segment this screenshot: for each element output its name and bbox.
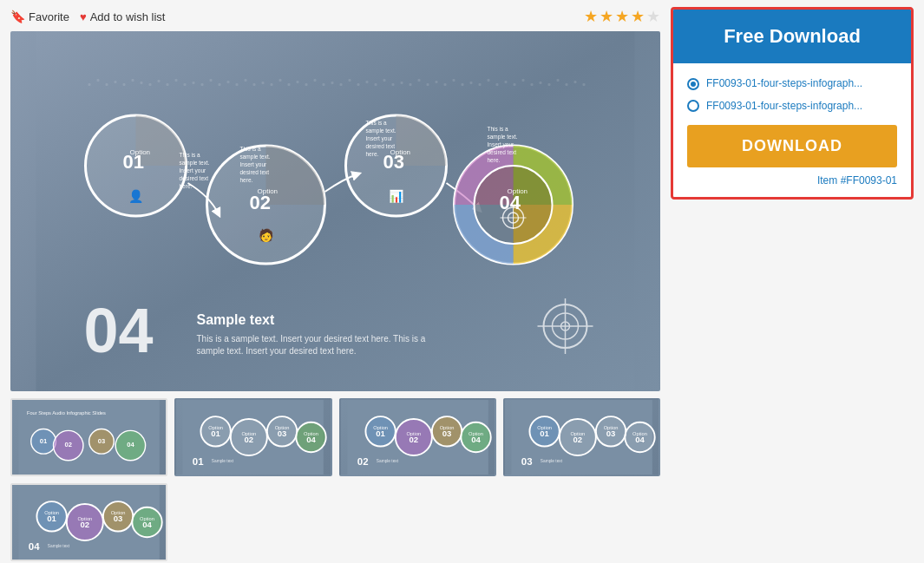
svg-text:🧑: 🧑 (259, 228, 274, 243)
file-option-1[interactable]: FF0093-01-four-steps-infograph... (687, 77, 897, 91)
header-bar: 🔖 Favorite ♥ Add to wish list ★ ★ ★ ★ ★ (10, 7, 660, 26)
svg-text:This is a: This is a (180, 152, 201, 158)
svg-rect-8 (115, 81, 117, 83)
svg-rect-30 (305, 83, 308, 86)
svg-rect-49 (470, 82, 473, 84)
svg-rect-53 (505, 81, 508, 83)
svg-rect-15 (175, 79, 178, 82)
svg-rect-13 (158, 80, 161, 82)
thumbnail-01[interactable]: Option 01 Option 02 Option 03 Option 04 … (174, 398, 331, 476)
radio-1[interactable] (687, 78, 699, 90)
svg-rect-41 (401, 82, 403, 84)
svg-text:02: 02 (573, 435, 582, 444)
svg-text:03: 03 (442, 429, 451, 438)
svg-text:sample text.: sample text. (240, 154, 271, 160)
svg-rect-38 (375, 83, 377, 86)
svg-text:03: 03 (114, 514, 123, 523)
svg-rect-57 (540, 82, 542, 84)
svg-text:04: 04 (84, 296, 154, 365)
svg-rect-33 (331, 82, 334, 84)
svg-text:Sample text: Sample text (212, 459, 234, 463)
svg-text:desired text: desired text (180, 175, 209, 181)
svg-text:sample text.: sample text. (488, 134, 518, 141)
svg-rect-19 (210, 79, 213, 82)
svg-rect-42 (410, 83, 412, 86)
svg-text:This is a: This is a (488, 126, 509, 132)
svg-rect-5 (88, 83, 91, 86)
svg-text:desired text: desired text (488, 149, 517, 155)
star-4: ★ (631, 7, 645, 26)
wishlist-button[interactable]: ♥ Add to wish list (80, 10, 165, 23)
svg-rect-21 (227, 81, 230, 83)
svg-text:04: 04 (142, 520, 152, 529)
svg-text:04: 04 (635, 435, 645, 444)
svg-text:This is a sample text. Insert : This is a sample text. Insert your desir… (197, 334, 426, 344)
svg-rect-29 (297, 81, 299, 83)
svg-text:01: 01 (540, 429, 549, 438)
header-left: 🔖 Favorite ♥ Add to wish list (10, 10, 165, 23)
file-option-2[interactable]: FF0093-01-four-steps-infograph... (687, 100, 897, 114)
svg-rect-16 (184, 83, 187, 86)
thumbnail-03[interactable]: Option 01 Option 02 Option 03 Option 04 … (503, 398, 660, 476)
thumbnail-all[interactable]: Four Steps Audio Infographic Slides 01 0… (10, 398, 167, 476)
svg-text:01: 01 (47, 514, 56, 523)
svg-rect-6 (97, 79, 100, 82)
svg-rect-27 (279, 79, 282, 82)
svg-text:03: 03 (606, 429, 616, 438)
svg-rect-54 (514, 83, 516, 86)
thumbnail-04[interactable]: Option 01 Option 02 Option 03 Option 04 … (10, 483, 167, 561)
radio-2[interactable] (687, 100, 699, 112)
svg-rect-10 (132, 79, 134, 82)
svg-rect-11 (141, 82, 143, 84)
svg-rect-62 (583, 83, 586, 86)
svg-rect-47 (453, 79, 455, 82)
svg-text:Insert your: Insert your (366, 135, 394, 142)
svg-rect-26 (271, 83, 273, 86)
svg-rect-39 (383, 79, 386, 82)
svg-text:Insert your: Insert your (180, 167, 207, 174)
svg-text:04: 04 (29, 541, 40, 552)
left-panel: 🔖 Favorite ♥ Add to wish list ★ ★ ★ ★ ★ (10, 7, 660, 561)
svg-text:03: 03 (278, 429, 287, 438)
svg-rect-25 (262, 82, 265, 84)
svg-text:This is a: This is a (366, 120, 388, 126)
svg-text:04: 04 (306, 435, 316, 444)
favorite-label: Favorite (29, 10, 69, 23)
svg-rect-20 (219, 83, 221, 86)
svg-text:04: 04 (500, 192, 521, 213)
svg-text:sample text. Insert your desir: sample text. Insert your desired text he… (197, 346, 357, 356)
thumbnail-02[interactable]: Option 01 Option 02 Option 03 Option 04 … (339, 398, 496, 476)
option-03-circle: Option 03 This is a sample text. Insert … (346, 115, 447, 216)
svg-rect-59 (557, 79, 560, 82)
svg-rect-50 (479, 83, 482, 86)
wishlist-label: Add to wish list (90, 10, 166, 23)
svg-text:02: 02 (409, 435, 418, 444)
svg-rect-14 (167, 83, 169, 86)
download-button[interactable]: DOWNLOAD (687, 125, 897, 167)
svg-rect-28 (288, 83, 291, 86)
svg-text:02: 02 (64, 441, 71, 448)
svg-text:here.: here. (240, 177, 253, 183)
svg-text:02: 02 (245, 435, 254, 444)
svg-rect-51 (488, 79, 490, 82)
svg-rect-43 (418, 79, 421, 82)
svg-text:01: 01 (376, 429, 385, 438)
svg-text:Sample text: Sample text (48, 544, 70, 548)
star-1: ★ (584, 7, 598, 26)
main-image: Option 01 This is a sample text. Insert … (10, 31, 660, 391)
svg-text:Insert your: Insert your (240, 161, 268, 168)
svg-rect-61 (574, 81, 577, 83)
svg-rect-22 (236, 83, 239, 86)
favorite-button[interactable]: 🔖 Favorite (10, 10, 69, 23)
svg-rect-56 (531, 83, 534, 86)
download-card: Free Download FF0093-01-four-steps-infog… (671, 7, 914, 200)
svg-text:03: 03 (98, 437, 105, 445)
svg-text:desired text: desired text (240, 169, 270, 175)
svg-rect-34 (340, 83, 343, 86)
svg-rect-7 (106, 83, 108, 86)
svg-rect-31 (314, 79, 317, 82)
svg-rect-18 (201, 83, 204, 86)
heart-icon: ♥ (80, 10, 87, 23)
download-button-label: DOWNLOAD (742, 137, 842, 154)
svg-text:04: 04 (471, 435, 481, 444)
